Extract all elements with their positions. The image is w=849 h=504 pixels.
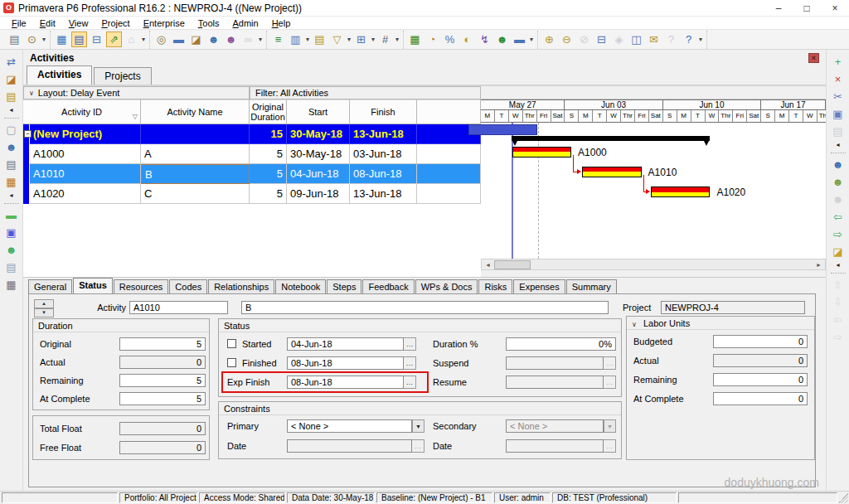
tab-projects[interactable]: Projects — [94, 67, 151, 85]
activity-network-icon[interactable]: ⇗ — [106, 32, 122, 47]
finished-date-browse-button[interactable]: … — [404, 356, 416, 370]
dropdown-caret-icon[interactable]: ▾ — [370, 36, 376, 43]
scrollbar-thumb[interactable] — [494, 260, 531, 269]
menu-item-help[interactable]: Help — [265, 18, 298, 28]
cell[interactable]: 5 — [250, 164, 287, 184]
tab-feedback[interactable]: Feedback — [362, 279, 414, 293]
started-checkbox[interactable] — [227, 339, 236, 348]
tab-activities[interactable]: Activities — [27, 65, 92, 85]
original-duration-field[interactable]: 5 — [119, 337, 206, 351]
cell[interactable]: 04-Jun-18 — [287, 164, 350, 184]
schedule-icon[interactable]: ↯ — [477, 32, 492, 47]
filters-icon[interactable]: ▽ — [329, 32, 345, 47]
finished-date-field[interactable]: 08-Jun-18 — [287, 356, 404, 370]
cell[interactable] — [417, 144, 481, 164]
tab-steps[interactable]: Steps — [327, 279, 361, 293]
table-row-a1010[interactable]: A1010B504-Jun-1808-Jun-18 — [23, 164, 481, 184]
at-complete-duration-field[interactable]: 5 — [119, 392, 206, 405]
cell[interactable]: (New Project) — [30, 124, 141, 144]
global-change-icon[interactable]: ◐ — [459, 32, 475, 47]
collapse-left2-icon[interactable]: ◂ — [3, 191, 20, 200]
timescale-icon[interactable]: ▬ — [171, 32, 187, 47]
columns-icon[interactable]: ▥ — [288, 32, 303, 47]
open-project-icon[interactable]: ◪ — [3, 71, 20, 87]
cell[interactable]: 15 — [250, 124, 287, 144]
activity-bar-a1010[interactable] — [582, 167, 642, 177]
layout-options-icon[interactable]: ▤ — [312, 32, 327, 47]
activity-name-field[interactable]: B — [241, 301, 609, 314]
toolbar-overflow-icon[interactable]: ▾ — [140, 36, 147, 43]
hint-help-icon[interactable]: ✉ — [646, 32, 662, 47]
menu-item-enterprise[interactable]: Enterprise — [137, 18, 192, 28]
projects-window-icon[interactable]: ⇄ — [3, 54, 20, 70]
layout-selector[interactable]: ∨ Layout: Delay Event — [23, 86, 250, 99]
resource-usage-icon[interactable]: % — [442, 32, 458, 47]
resources-icon[interactable]: ☻ — [3, 139, 20, 155]
assign-successor-icon[interactable]: ⇨ — [830, 226, 847, 242]
activity-bar-a1000[interactable] — [512, 147, 571, 158]
assign-role-icon[interactable]: ☻ — [830, 174, 847, 190]
cell[interactable] — [417, 164, 481, 184]
close-view-button[interactable]: × — [808, 53, 819, 63]
cell[interactable]: 13-Jun-18 — [350, 124, 417, 144]
menu-item-tools[interactable]: Tools — [192, 18, 226, 28]
cell[interactable]: 09-Jun-18 — [287, 184, 350, 204]
toolbar-overflow-icon[interactable]: ▾ — [528, 36, 535, 43]
cut-icon[interactable]: ✂ — [830, 89, 847, 104]
assign-predecessor-icon[interactable]: ⇦ — [830, 209, 847, 225]
column-header-start[interactable]: Start — [287, 99, 350, 124]
at-complete-units-field[interactable]: 0 — [713, 392, 808, 405]
cell[interactable]: 5 — [250, 184, 287, 204]
resources-window-icon[interactable]: ☻ — [206, 32, 221, 47]
cell[interactable]: A — [141, 144, 250, 164]
roles-window-icon[interactable]: ☻ — [223, 32, 239, 47]
group-sort-icon[interactable]: ⊞ — [353, 32, 369, 47]
maximize-button[interactable]: □ — [793, 0, 821, 17]
menu-item-edit[interactable]: Edit — [33, 18, 62, 28]
finished-checkbox[interactable] — [227, 358, 236, 367]
scroll-left-icon[interactable]: ◄ — [483, 260, 493, 269]
menu-item-file[interactable]: File — [5, 18, 33, 28]
zoom-out-icon[interactable]: ⊖ — [559, 32, 575, 47]
document-icon[interactable]: ▤ — [3, 259, 20, 275]
previous-activity-button[interactable]: ▲ — [34, 299, 54, 308]
project-summary-bar[interactable] — [512, 136, 710, 141]
cell[interactable]: 03-Jun-18 — [350, 144, 417, 164]
column-header-activity-id[interactable]: Activity ID▽ — [23, 99, 141, 124]
remaining-duration-field[interactable]: 5 — [119, 374, 206, 387]
timescale-weeks[interactable]: May 27Jun 03Jun 10Jun 17 — [481, 99, 826, 110]
menu-item-project[interactable]: Project — [95, 18, 136, 28]
cell[interactable]: B — [141, 164, 250, 184]
collapse-minus-icon[interactable]: − — [24, 130, 32, 138]
horizontal-split-icon[interactable]: ⊟ — [594, 32, 609, 47]
activity-details-icon[interactable]: ▬ — [512, 32, 527, 47]
toolbar-overflow-icon[interactable]: ▾ — [697, 36, 704, 43]
collapse-right2-icon[interactable]: ◂ — [830, 261, 847, 269]
cell[interactable]: 5 — [250, 144, 287, 164]
calculator-icon[interactable]: ▦ — [3, 277, 20, 293]
cell[interactable]: 13-Jun-18 — [350, 184, 417, 204]
toolbar-overflow-icon[interactable]: ▾ — [394, 36, 400, 43]
table-row-a1000[interactable]: A1000A530-May-1803-Jun-18 — [23, 144, 481, 164]
tab-relationships[interactable]: Relationships — [208, 279, 274, 293]
notebooks-icon[interactable]: ▤ — [3, 157, 20, 172]
column-header-finish[interactable]: Finish — [350, 99, 417, 124]
budgeted-units-field[interactable]: 0 — [713, 335, 808, 348]
trace-logic-icon[interactable]: ⊟ — [89, 32, 104, 47]
activity-id-field[interactable]: A1010 — [129, 301, 228, 314]
vertical-split-icon[interactable]: ◫ — [628, 32, 644, 47]
assign-notebook-icon[interactable]: ◪ — [830, 244, 847, 259]
cell[interactable] — [417, 184, 481, 204]
primary-constraint-dropdown[interactable]: < None > — [287, 419, 412, 433]
assign-resources-icon[interactable]: ☻ — [494, 32, 510, 47]
tab-risks[interactable]: Risks — [478, 279, 512, 293]
started-date-field[interactable]: 04-Jun-18 — [287, 337, 404, 351]
started-date-browse-button[interactable]: … — [404, 337, 416, 351]
progress-spotlight-icon[interactable]: ◔ — [424, 32, 440, 47]
menu-item-view[interactable]: View — [62, 18, 95, 28]
print-preview-icon[interactable]: ⊙ — [24, 32, 40, 47]
tab-notebook[interactable]: Notebook — [275, 279, 326, 293]
cell[interactable]: C — [141, 184, 250, 204]
tab-general[interactable]: General — [28, 279, 72, 293]
bars-icon[interactable]: ≡ — [270, 32, 286, 47]
